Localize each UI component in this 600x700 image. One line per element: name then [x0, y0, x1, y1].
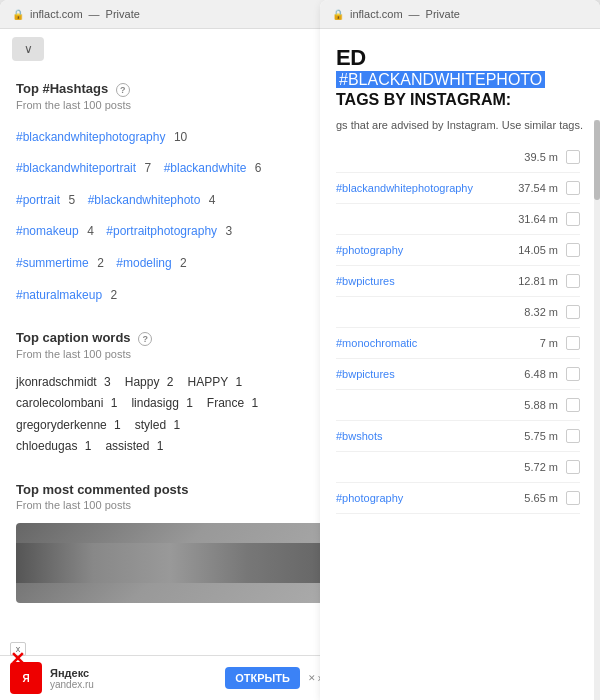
tag-name-8[interactable]: #bwpictures	[336, 368, 524, 380]
tag-checkbox-3[interactable]	[566, 212, 580, 226]
caption-row-2: carolecolombani 1 lindasigg 1 France 1	[16, 393, 324, 415]
tag-row-2: #blackandwhitephotography 37.54 m	[336, 173, 580, 204]
tag-row-8: #bwpictures 6.48 m	[336, 359, 580, 390]
left-panel-content: Top #Hashtags ? From the last 100 posts …	[0, 69, 340, 689]
tag-name-4[interactable]: #photography	[336, 244, 518, 256]
hashtags-title: Top #Hashtags ?	[16, 81, 324, 97]
left-browser-privacy: —	[89, 8, 100, 20]
right-title-line1: ED	[336, 45, 584, 71]
tag-name-7[interactable]: #monochromatic	[336, 337, 540, 349]
tag-count-10: 5.75 m	[524, 430, 558, 442]
tag-checkbox-9[interactable]	[566, 398, 580, 412]
ad-domain: yandex.ru	[50, 679, 217, 690]
tag-row-10: #bwshots 5.75 m	[336, 421, 580, 452]
tag-count-3: 31.64 m	[518, 213, 558, 225]
right-privacy-label: Private	[426, 8, 460, 20]
tag-row-12: #photography 5.65 m	[336, 483, 580, 514]
hashtags-section: Top #Hashtags ? From the last 100 posts …	[16, 81, 324, 306]
caption-title: Top caption words ?	[16, 330, 324, 346]
right-description: gs that are advised by Instagram. Use si…	[336, 117, 584, 134]
commented-subtitle: From the last 100 posts	[16, 499, 324, 511]
hashtag-blackandwhitephoto[interactable]: #blackandwhitephoto	[88, 191, 201, 210]
left-privacy-label: Private	[106, 8, 140, 20]
hashtag-blackandwhiteportrait[interactable]: #blackandwhiteportrait	[16, 159, 136, 178]
tag-checkbox-4[interactable]	[566, 243, 580, 257]
right-browser-bar: 🔒 inflact.com — Private	[320, 0, 600, 29]
commented-title: Top most commented posts	[16, 482, 324, 497]
hashtag-blackandwhite[interactable]: #blackandwhite	[164, 159, 247, 178]
tag-row-7: #monochromatic 7 m	[336, 328, 580, 359]
caption-section: Top caption words ? From the last 100 po…	[16, 330, 324, 458]
hashtag-modeling[interactable]: #modeling	[116, 254, 171, 273]
lock-icon: 🔒	[12, 9, 24, 20]
hashtag-row-1: #blackandwhitephotography 10	[16, 123, 324, 149]
tag-count-9: 5.88 m	[524, 399, 558, 411]
hashtag-row-3: #portrait 5 #blackandwhitephoto 4	[16, 186, 324, 212]
tag-checkbox-5[interactable]	[566, 274, 580, 288]
scrollbar-thumb[interactable]	[594, 120, 600, 200]
tag-row-11: 5.72 m	[336, 452, 580, 483]
right-panel: 🔒 inflact.com — Private ED #BLACKANDWHIT…	[320, 0, 600, 700]
tag-count-12: 5.65 m	[524, 492, 558, 504]
post-thumbnail[interactable]	[16, 523, 324, 603]
hashtag-row-5: #summertime 2 #modeling 2	[16, 249, 324, 275]
tag-count-4: 14.05 m	[518, 244, 558, 256]
hashtags-help-icon[interactable]: ?	[116, 83, 130, 97]
left-browser-url: inflact.com	[30, 8, 83, 20]
ad-close-x[interactable]: ✕	[308, 673, 316, 683]
right-lock-icon: 🔒	[332, 9, 344, 20]
hashtags-subtitle: From the last 100 posts	[16, 99, 324, 111]
tag-count-2: 37.54 m	[518, 182, 558, 194]
hashtag-portrait[interactable]: #portrait	[16, 191, 60, 210]
tag-checkbox-8[interactable]	[566, 367, 580, 381]
tag-checkbox-7[interactable]	[566, 336, 580, 350]
tag-row-3: 31.64 m	[336, 204, 580, 235]
tag-list: 39.5 m #blackandwhitephotography 37.54 m…	[320, 142, 600, 514]
hashtag-naturalmakeup[interactable]: #naturalmakeup	[16, 286, 102, 305]
tag-count-8: 6.48 m	[524, 368, 558, 380]
left-browser-bar: 🔒 inflact.com — Private	[0, 0, 340, 29]
caption-row-1: jkonradschmidt 3 Happy 2 HAPPY 1	[16, 372, 324, 394]
tag-name-10[interactable]: #bwshots	[336, 430, 524, 442]
chevron-button[interactable]: ∨	[12, 37, 44, 61]
tag-count-5: 12.81 m	[518, 275, 558, 287]
tag-count-7: 7 m	[540, 337, 558, 349]
hashtag-summertime[interactable]: #summertime	[16, 254, 89, 273]
tag-row-4: #photography 14.05 m	[336, 235, 580, 266]
right-title-highlight: #BLACKANDWHITEPHOTO	[336, 71, 545, 88]
right-browser-url: inflact.com	[350, 8, 403, 20]
hashtag-portraitphotography[interactable]: #portraitphotography	[106, 222, 217, 241]
tag-name-5[interactable]: #bwpictures	[336, 275, 518, 287]
tag-checkbox-6[interactable]	[566, 305, 580, 319]
ad-bar: x Я Яндекс yandex.ru ОТКРЫТЬ ✕ x 0	[0, 655, 340, 700]
caption-help-icon[interactable]: ?	[138, 332, 152, 346]
close-x-button[interactable]: ✕	[10, 648, 25, 670]
tag-checkbox-1[interactable]	[566, 150, 580, 164]
caption-row-4: chloedugas 1 assisted 1	[16, 436, 324, 458]
right-title-highlight-container: #BLACKANDWHITEPHOTO	[336, 71, 584, 89]
tag-checkbox-12[interactable]	[566, 491, 580, 505]
tag-checkbox-10[interactable]	[566, 429, 580, 443]
hashtag-row-6: #naturalmakeup 2	[16, 281, 324, 307]
caption-row-3: gregoryderkenne 1 styled 1	[16, 415, 324, 437]
hashtag-blackandwhitephotography[interactable]: #blackandwhitephotography	[16, 128, 165, 147]
tag-row-1: 39.5 m	[336, 142, 580, 173]
tag-row-9: 5.88 m	[336, 390, 580, 421]
left-panel: 🔒 inflact.com — Private ∨ Top #Hashtags …	[0, 0, 340, 700]
ad-open-button[interactable]: ОТКРЫТЬ	[225, 667, 300, 689]
caption-subtitle: From the last 100 posts	[16, 348, 324, 360]
hashtag-row-2: #blackandwhiteportrait 7 #blackandwhite …	[16, 154, 324, 180]
hashtag-row-4: #nomakeup 4 #portraitphotography 3	[16, 217, 324, 243]
tag-checkbox-2[interactable]	[566, 181, 580, 195]
tag-row-6: 8.32 m	[336, 297, 580, 328]
tag-name-2[interactable]: #blackandwhitephotography	[336, 182, 518, 194]
caption-words: jkonradschmidt 3 Happy 2 HAPPY 1 carolec…	[16, 372, 324, 458]
scrollbar-track[interactable]	[594, 120, 600, 700]
tag-name-12[interactable]: #photography	[336, 492, 524, 504]
hashtag-nomakeup[interactable]: #nomakeup	[16, 222, 79, 241]
tag-count-6: 8.32 m	[524, 306, 558, 318]
tag-checkbox-11[interactable]	[566, 460, 580, 474]
ad-text: Яндекс yandex.ru	[50, 667, 217, 690]
tag-count-11: 5.72 m	[524, 461, 558, 473]
right-title-line2: TAGS BY INSTAGRAM:	[336, 91, 584, 109]
